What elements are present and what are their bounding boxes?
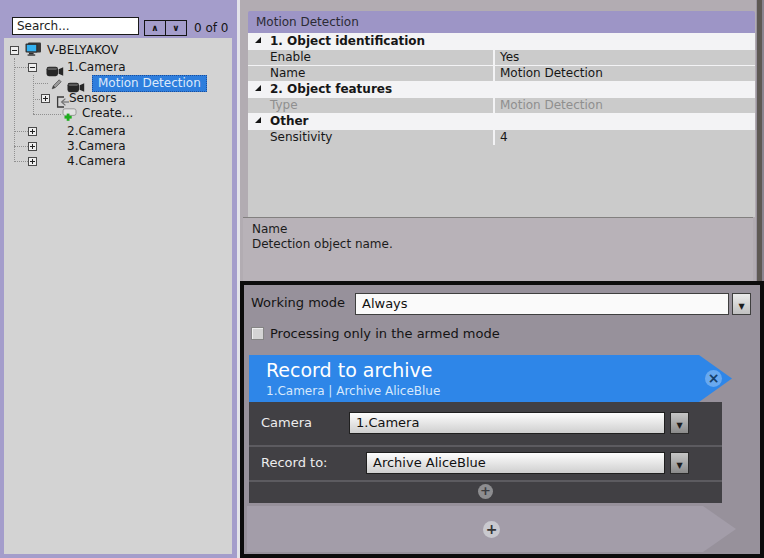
properties-panel: Motion Detection 1. Object identificatio… <box>240 0 756 281</box>
property-row-sensitivity: Sensitivity 4 <box>248 129 755 145</box>
chevron-down-icon: ▼ <box>738 302 744 311</box>
tree-guide <box>33 83 48 84</box>
action-subtitle: 1.Camera | Archive AliceBlue <box>266 384 440 398</box>
property-description: Name Detection object name. <box>243 217 753 281</box>
action-title: Record to archive <box>266 359 433 381</box>
create-plus-icon <box>62 106 77 125</box>
tree-guide <box>14 67 28 68</box>
add-action-band: + <box>247 506 736 552</box>
description-text: Detection object name. <box>252 237 393 251</box>
sidebar-item-motion-detection-selected[interactable]: Motion Detection <box>92 75 207 92</box>
row-divider <box>249 480 722 482</box>
tree-guide <box>33 75 34 114</box>
description-title: Name <box>252 222 287 236</box>
armed-mode-checkbox[interactable] <box>251 327 264 340</box>
collapse-triangle-icon[interactable] <box>255 117 261 123</box>
category-object-identification[interactable]: 1. Object identification <box>248 33 755 49</box>
add-parameter-button[interactable]: + <box>478 484 493 499</box>
expander-camera1[interactable] <box>28 63 37 72</box>
device-tree: V-BELYAKOV 1.Camera Motion Detection Sen… <box>4 38 232 554</box>
expander-root[interactable] <box>10 46 19 55</box>
sidebar-item-camera2[interactable]: 2.Camera <box>67 124 126 139</box>
add-action-button[interactable]: + <box>483 521 500 538</box>
record-to-select[interactable]: Archive AliceBlue <box>366 452 665 474</box>
sidebar-item-camera4[interactable]: 4.Camera <box>67 154 126 169</box>
expander-camera2[interactable] <box>28 127 37 136</box>
objects-tree-panel: ∧ ∨ 0 of 0 <box>0 0 237 558</box>
property-name: Name <box>248 66 493 81</box>
property-value[interactable]: Yes <box>495 50 755 65</box>
working-mode-dropdown-button[interactable]: ▼ <box>732 293 751 315</box>
search-next-button[interactable]: ∨ <box>165 20 187 36</box>
expander-camera4[interactable] <box>28 157 37 166</box>
action-settings-panel: Camera 1.Camera ▼ Record to: Archive Ali… <box>249 402 722 503</box>
category-object-features[interactable]: 2. Object features <box>248 81 755 97</box>
collapse-triangle-icon[interactable] <box>255 37 261 43</box>
expander-camera3[interactable] <box>28 142 37 151</box>
sidebar-item-create[interactable]: Create... <box>82 106 133 121</box>
server-monitor-icon <box>25 41 42 60</box>
sidebar-item-camera1[interactable]: 1.Camera <box>67 60 126 75</box>
property-value[interactable]: Motion Detection <box>495 66 755 81</box>
record-to-archive-action-header[interactable]: Record to archive 1.Camera | Archive Ali… <box>249 355 732 402</box>
armed-mode-label: Processing only in the armed mode <box>270 326 500 341</box>
property-row-enable: Enable Yes <box>248 49 755 65</box>
tree-guide <box>33 114 61 115</box>
tree-guide <box>14 131 28 132</box>
close-icon[interactable]: × <box>705 370 722 387</box>
property-name: Type <box>248 98 493 113</box>
search-input[interactable] <box>12 17 139 35</box>
property-value: Motion Detection <box>495 98 755 113</box>
macro-rule-panel: Working mode Always ▼ Processing only in… <box>240 281 764 558</box>
camera-select[interactable]: 1.Camera <box>349 412 665 434</box>
record-to-dropdown-button[interactable]: ▼ <box>670 452 689 474</box>
camera-dropdown-button[interactable]: ▼ <box>670 412 689 434</box>
sidebar-item-camera3[interactable]: 3.Camera <box>67 139 126 154</box>
tree-guide <box>14 161 28 162</box>
sidebar-item-sensors[interactable]: Sensors <box>69 91 116 106</box>
sidebar-item-server[interactable]: V-BELYAKOV <box>47 43 119 58</box>
working-mode-select[interactable]: Always <box>355 293 729 315</box>
properties-title-bar: Motion Detection <box>248 11 755 33</box>
window-edge <box>756 0 764 281</box>
property-value[interactable]: 4 <box>495 130 755 145</box>
working-mode-label: Working mode <box>251 295 345 310</box>
search-result-count: 0 of 0 <box>194 21 228 35</box>
row-divider <box>249 445 722 447</box>
chevron-down-icon: ▼ <box>676 421 682 430</box>
category-other[interactable]: Other <box>248 113 755 129</box>
tree-guide <box>14 146 28 147</box>
expander-sensors[interactable] <box>41 94 50 103</box>
search-prev-button[interactable]: ∧ <box>144 20 166 36</box>
record-to-field-label: Record to: <box>261 455 327 470</box>
chevron-down-icon: ▼ <box>676 461 682 470</box>
property-grid: 1. Object identification Enable Yes Name… <box>248 33 755 145</box>
camera-field-label: Camera <box>261 415 312 430</box>
property-row-name: Name Motion Detection <box>248 65 755 81</box>
property-name: Sensitivity <box>248 130 493 145</box>
property-grid-filler <box>248 145 755 217</box>
property-row-type: Type Motion Detection <box>248 97 755 113</box>
property-name: Enable <box>248 50 493 65</box>
collapse-triangle-icon[interactable] <box>255 85 261 91</box>
app-window: ∧ ∨ 0 of 0 <box>0 0 764 558</box>
